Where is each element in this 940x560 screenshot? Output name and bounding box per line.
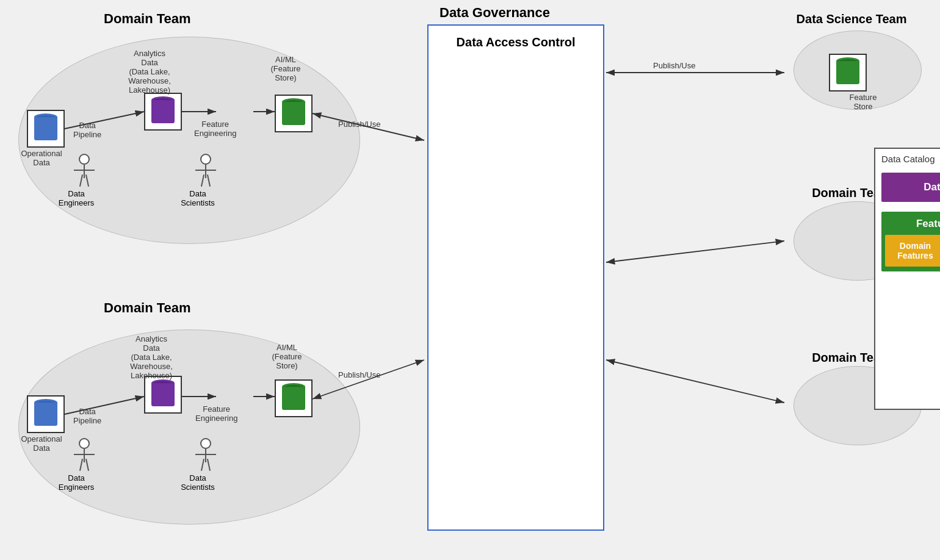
data-pipeline-bottom-label: DataPipeline xyxy=(73,407,101,425)
feature-sets-title: Feature Sets xyxy=(881,212,940,235)
data-scientists-top: DataScientists xyxy=(192,154,219,207)
domain-features-box: Domain Features xyxy=(885,235,940,267)
publish-use-bottom-label: Publish/Use xyxy=(338,370,380,379)
op-data-top-label: OperationalData xyxy=(11,149,72,167)
op-data-bottom-label: OperationalData xyxy=(11,434,72,453)
aiml-bottom-label: AI/ML(FeatureStore) xyxy=(256,343,317,370)
catalog-box: Data Catalog Data Sets Feature Sets Doma… xyxy=(874,148,940,410)
analytics-data-bottom-box xyxy=(144,376,182,414)
feature-sets-outer: Feature Sets Domain Features Shared Feat… xyxy=(881,212,940,271)
datasets-box: Data Sets xyxy=(881,173,940,202)
domain-team-top-label: Domain Team xyxy=(104,11,191,27)
diagram-container: Domain Team Domain Team Data Governance … xyxy=(0,0,940,560)
aiml-top-box xyxy=(275,95,313,132)
analytics-data-top-box xyxy=(144,93,182,131)
data-governance-label: Data Governance xyxy=(439,5,550,21)
data-science-team-label: Data Science Team xyxy=(775,12,928,26)
aiml-bottom-box xyxy=(275,379,313,417)
data-engineers-bottom: DataEngineers xyxy=(71,438,98,492)
feature-sets-row: Domain Features Shared Features xyxy=(881,235,940,267)
data-engineers-top: DataEngineers xyxy=(71,154,98,207)
feature-store-ds-label: FeatureStore xyxy=(839,93,888,111)
domain-team-bottom-label: Domain Team xyxy=(104,300,191,316)
feature-eng-top-label: FeatureEngineering xyxy=(194,120,236,138)
feature-store-ds-box xyxy=(829,54,867,92)
gov-box: Data Access Control Data Catalog Data Se… xyxy=(427,24,604,531)
analytics-data-top-label: AnalyticsData(Data Lake,Warehouse,Lakeho… xyxy=(119,49,180,95)
op-data-top-box xyxy=(27,110,65,148)
op-data-bottom-box xyxy=(27,395,65,433)
svg-line-11 xyxy=(606,241,784,262)
data-pipeline-top-label: DataPipeline xyxy=(73,121,101,139)
publish-use-top-label: Publish/Use xyxy=(338,120,380,129)
svg-line-12 xyxy=(606,360,784,403)
aiml-top-label: AI/ML(FeatureStore) xyxy=(255,55,316,82)
catalog-title: Data Catalog xyxy=(875,149,940,167)
dac-title: Data Access Control xyxy=(428,26,603,56)
publish-use-ds-label: Publish/Use xyxy=(653,61,695,70)
data-scientists-bottom: DataScientists xyxy=(192,438,219,492)
analytics-data-bottom-label: AnalyticsData(Data Lake,Warehouse,Lakeho… xyxy=(121,334,182,380)
feature-eng-bottom-label: FeatureEngineering xyxy=(195,404,237,423)
